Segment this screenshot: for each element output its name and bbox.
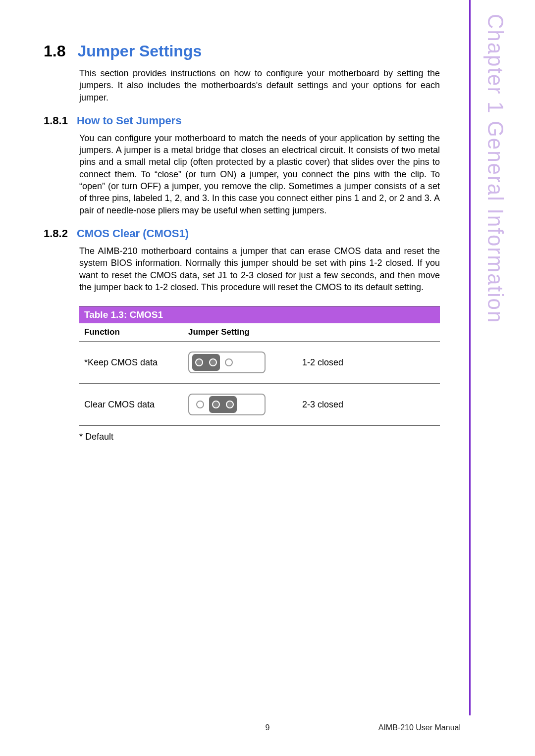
subsection-2-heading: 1.8.2 CMOS Clear (CMOS1) bbox=[44, 227, 440, 240]
footer-doc-title: AIMB-210 User Manual bbox=[378, 723, 461, 732]
pin-icon bbox=[212, 401, 220, 408]
table-header-setting: Jumper Setting bbox=[188, 327, 302, 337]
row-function: *Keep CMOS data bbox=[84, 357, 188, 368]
jumper-2-3-icon bbox=[188, 394, 266, 415]
section-heading: 1.8 Jumper Settings bbox=[44, 42, 440, 60]
cmos-table: Table 1.3: CMOS1 Function Jumper Setting… bbox=[79, 306, 440, 426]
subsection-1-title: How to Set Jumpers bbox=[77, 114, 181, 127]
section-number: 1.8 bbox=[44, 42, 65, 60]
pin-icon bbox=[226, 401, 234, 408]
section-intro: This section provides instructions on ho… bbox=[79, 67, 440, 103]
jumper-cap-icon bbox=[192, 354, 220, 371]
row-jumper-diagram bbox=[188, 352, 302, 373]
row-function: Clear CMOS data bbox=[84, 400, 188, 410]
row-desc: 1-2 closed bbox=[302, 357, 343, 368]
table-note: * Default bbox=[79, 432, 440, 442]
pin-open-icon bbox=[196, 401, 204, 408]
pin-icon bbox=[195, 358, 203, 366]
row-desc: 2-3 closed bbox=[302, 400, 343, 410]
table-header-function: Function bbox=[84, 327, 188, 337]
section-title: Jumper Settings bbox=[77, 42, 202, 60]
table-caption: Table 1.3: CMOS1 bbox=[79, 306, 440, 323]
pin-open-icon bbox=[225, 358, 233, 366]
subsection-2-number: 1.8.2 bbox=[44, 227, 68, 240]
content-area: 1.8 Jumper Settings This section provide… bbox=[44, 42, 440, 442]
subsection-1-heading: 1.8.1 How to Set Jumpers bbox=[44, 114, 440, 127]
footer: AIMB-210 User Manual bbox=[0, 723, 535, 732]
subsection-2-body: The AIMB-210 motherboard contains a jump… bbox=[79, 245, 440, 293]
subsection-2-title: CMOS Clear (CMOS1) bbox=[77, 227, 189, 240]
row-jumper-diagram bbox=[188, 394, 302, 415]
side-chapter-label: Chapter 1 General Information bbox=[476, 14, 515, 459]
pin-icon bbox=[209, 358, 217, 366]
page: Chapter 1 General Information 1.8 Jumper… bbox=[0, 0, 535, 756]
side-rule bbox=[469, 0, 471, 715]
jumper-cap-icon bbox=[209, 396, 237, 413]
jumper-1-2-icon bbox=[188, 352, 266, 373]
table-header-row: Function Jumper Setting bbox=[79, 323, 440, 342]
table-row: *Keep CMOS data 1-2 closed bbox=[79, 342, 440, 384]
side-chapter-label-text: Chapter 1 General Information bbox=[483, 14, 508, 323]
table-row: Clear CMOS data 2-3 closed bbox=[79, 384, 440, 426]
subsection-1-number: 1.8.1 bbox=[44, 114, 68, 127]
subsection-1-body: You can configure your motherboard to ma… bbox=[79, 132, 440, 216]
